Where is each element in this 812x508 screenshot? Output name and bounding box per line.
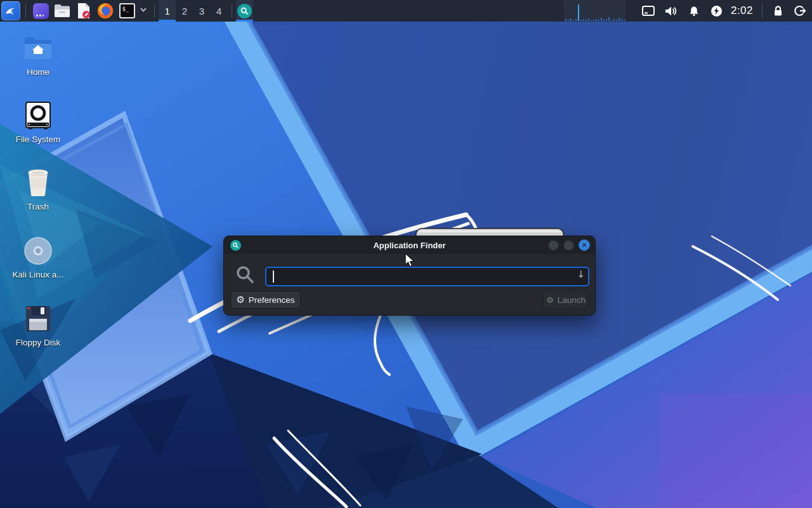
desktop-icon-floppy-disk[interactable]: Floppy Disk — [8, 304, 69, 347]
workspace-label: 1 — [164, 6, 169, 17]
active-underline — [236, 20, 253, 22]
gear-icon: ⚙ — [236, 295, 244, 305]
search-input[interactable] — [265, 267, 589, 286]
desktop-screen: $_ 1 2 3 4 — [0, 0, 812, 508]
kali-logo-icon — [3, 3, 18, 18]
desktop-icon-label: File System — [16, 135, 61, 144]
volume-icon[interactable] — [660, 0, 683, 22]
titlebar[interactable]: Application Finder ✕ — [224, 236, 595, 254]
notifications-icon[interactable] — [683, 0, 705, 22]
display-icon[interactable] — [637, 0, 660, 22]
close-button[interactable]: ✕ — [579, 239, 590, 251]
active-underline — [159, 20, 176, 22]
desktop-icon-label: Home — [27, 67, 49, 77]
terminal-icon: $_ — [119, 3, 135, 18]
dropdown-arrow-icon[interactable]: ↓ — [577, 270, 585, 279]
workspace-label: 3 — [199, 6, 204, 17]
search-icon — [235, 264, 256, 286]
status-area: 2:02 — [637, 0, 812, 22]
taskbar-item-application-finder[interactable] — [236, 0, 253, 22]
close-icon: ✕ — [581, 241, 587, 250]
document-edit-icon — [76, 3, 91, 19]
trash-icon — [23, 168, 53, 198]
launcher-text-editor[interactable] — [73, 0, 95, 22]
workspace-button-2[interactable]: 2 — [176, 0, 193, 22]
launch-gear-icon: ⚙ — [546, 296, 554, 304]
desktop-icon-label: Floppy Disk — [16, 338, 61, 347]
maximize-button[interactable] — [563, 240, 574, 251]
preferences-button[interactable]: ⚙ Preferences — [230, 291, 301, 309]
preferences-label: Preferences — [249, 295, 295, 305]
firefox-icon — [97, 3, 114, 19]
purple-app-icon — [33, 3, 49, 19]
workspace-label: 4 — [216, 6, 221, 17]
launcher-terminal[interactable]: $_ — [116, 0, 138, 22]
background-window-highlight — [418, 231, 561, 232]
home-folder-icon — [23, 33, 53, 64]
optical-disc-icon — [23, 236, 53, 266]
application-finder-window: Application Finder ✕ ↓ ⚙ Preferences — [223, 236, 596, 316]
mouse-cursor — [404, 253, 418, 268]
desktop-icon-file-system[interactable]: File System — [8, 100, 69, 144]
log-out-icon[interactable] — [789, 0, 812, 22]
desktop-icon-trash[interactable]: Trash — [8, 168, 69, 211]
launch-button[interactable]: ⚙ Launch — [543, 291, 589, 309]
folder-icon — [54, 4, 70, 18]
minimize-button[interactable] — [548, 240, 559, 251]
power-manager-icon[interactable] — [705, 0, 728, 22]
desktop-icon-home[interactable]: Home — [8, 33, 69, 77]
panel-separator — [154, 4, 155, 18]
launcher-dropdown-chevron[interactable] — [139, 5, 148, 17]
launch-label: Launch — [558, 295, 586, 305]
kali-menu-button[interactable] — [0, 0, 22, 22]
panel-separator — [25, 4, 26, 18]
workspace-label: 2 — [182, 6, 187, 17]
desktop-icon-kali-cd[interactable]: Kali Linux a... — [8, 236, 69, 279]
launcher-purple-app[interactable] — [30, 0, 51, 22]
top-panel: $_ 1 2 3 4 — [0, 0, 812, 22]
workspace-button-4[interactable]: 4 — [211, 0, 228, 22]
floppy-disk-icon — [23, 304, 53, 334]
hard-disk-icon — [23, 100, 53, 131]
clock[interactable]: 2:02 — [728, 4, 758, 17]
launcher-file-manager[interactable] — [51, 0, 73, 22]
desktop-icon-label: Trash — [27, 202, 49, 211]
panel-separator — [232, 4, 232, 18]
application-finder-icon — [237, 4, 252, 18]
lock-screen-icon[interactable] — [766, 0, 789, 22]
window-title: Application Finder — [224, 241, 595, 250]
launcher-firefox[interactable] — [95, 0, 116, 22]
workspace-button-3[interactable]: 3 — [193, 0, 210, 22]
button-row: ⚙ Preferences ⚙ Launch — [224, 291, 595, 309]
text-caret — [273, 271, 274, 283]
cpu-graph[interactable] — [564, 0, 625, 22]
workspace-button-1[interactable]: 1 — [159, 0, 176, 22]
panel-separator — [762, 4, 763, 18]
desktop-icon-label: Kali Linux a... — [12, 270, 63, 279]
